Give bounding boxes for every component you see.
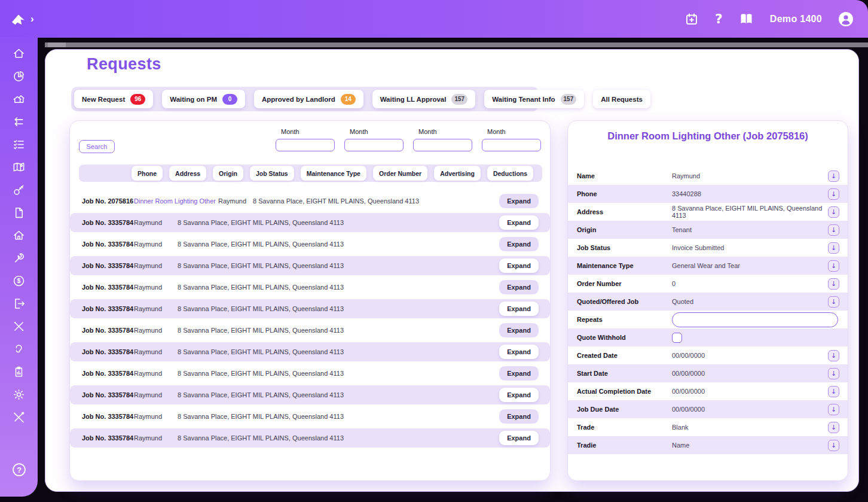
tenant-name: Raymund xyxy=(134,219,178,226)
book-icon[interactable] xyxy=(739,13,754,26)
column-button-phone[interactable]: Phone xyxy=(132,166,163,181)
tenant-name: Raymund xyxy=(134,327,178,334)
avatar-icon[interactable] xyxy=(838,11,854,27)
expand-button[interactable]: Expand xyxy=(499,280,539,294)
column-button-order-number[interactable]: Order Number xyxy=(373,166,427,181)
job-row: Job No. 3335784Raymund8 Savanna Place, E… xyxy=(70,364,550,383)
tab-waiting-on-pm[interactable]: Waiting on PM0 xyxy=(162,90,245,108)
job-title-link[interactable]: Dinner Room Lighting Other xyxy=(134,197,218,205)
tab-waiting-ll-approval[interactable]: Waiting LL Approval157 xyxy=(372,90,475,108)
expand-button[interactable]: Expand xyxy=(499,388,539,402)
month-input[interactable] xyxy=(276,139,335,151)
tab-new-request[interactable]: New Request96 xyxy=(74,90,153,108)
property-address: 8 Savanna Place, EIGHT MIL PLAINS, Queen… xyxy=(178,262,499,269)
help-icon[interactable]: ? xyxy=(715,11,723,26)
month-input[interactable] xyxy=(482,139,541,151)
download-arrow-icon[interactable]: ↓ xyxy=(828,368,839,379)
sidebar-tools-icon[interactable] xyxy=(9,410,29,424)
sidebar-wrench-icon[interactable] xyxy=(9,251,29,264)
expand-button[interactable]: Expand xyxy=(499,215,539,230)
sidebar-home-icon[interactable] xyxy=(9,47,29,60)
job-row: Job No. 3335784Raymund8 Savanna Place, E… xyxy=(70,407,550,426)
field-label: Phone xyxy=(577,190,672,197)
job-details-title: Dinner Room Lighting Other (Job 2075816) xyxy=(568,130,848,142)
field-value: Tenant xyxy=(672,226,828,233)
download-arrow-icon[interactable]: ↓ xyxy=(828,188,839,200)
brand-logo[interactable]: › xyxy=(8,10,34,28)
sidebar-map-icon[interactable] xyxy=(9,160,29,174)
download-arrow-icon[interactable]: ↓ xyxy=(828,350,839,361)
column-button-address[interactable]: Address xyxy=(169,166,206,181)
tenant-name: Raymund xyxy=(134,241,178,248)
download-arrow-icon[interactable]: ↓ xyxy=(828,206,839,218)
month-input[interactable] xyxy=(344,139,404,151)
field-row-order-number: Order Number0↓ xyxy=(568,275,848,293)
expand-button[interactable]: Expand xyxy=(499,302,539,316)
job-row: Job No. 3335784Raymund8 Savanna Place, E… xyxy=(70,299,550,318)
column-button-advertising[interactable]: Advertising xyxy=(434,166,481,181)
field-label: Name xyxy=(577,172,672,179)
sidebar-pie-chart-icon[interactable] xyxy=(9,69,29,83)
repeats-input[interactable] xyxy=(672,312,838,327)
download-arrow-icon[interactable]: ↓ xyxy=(828,386,839,397)
column-button-job-status[interactable]: Job Status xyxy=(250,166,294,181)
field-value: Quoted xyxy=(672,298,828,305)
expand-button[interactable]: Expand xyxy=(499,431,539,445)
sidebar-key-icon[interactable] xyxy=(9,183,29,196)
download-arrow-icon[interactable]: ↓ xyxy=(828,260,839,272)
sidebar-document-icon[interactable] xyxy=(9,206,29,219)
field-value: Name xyxy=(672,442,828,449)
expand-button[interactable]: Expand xyxy=(499,258,539,273)
column-button-maintenance-type[interactable]: Maintenance Type xyxy=(301,166,366,181)
expand-button[interactable]: Expand xyxy=(499,409,539,424)
scrollbar-thumb[interactable] xyxy=(48,42,66,47)
job-number: Job No. 3335784 xyxy=(82,348,134,355)
month-input[interactable] xyxy=(413,139,472,151)
download-arrow-icon[interactable]: ↓ xyxy=(828,422,839,433)
download-arrow-icon[interactable]: ↓ xyxy=(828,296,839,308)
quote-withhold-checkbox[interactable] xyxy=(672,333,682,343)
download-arrow-icon[interactable]: ↓ xyxy=(828,404,839,415)
expand-button[interactable]: Expand xyxy=(499,345,539,359)
sidebar-checkout-icon[interactable] xyxy=(9,297,29,310)
sidebar-properties-icon[interactable] xyxy=(9,92,29,105)
sidebar-design-tools-icon[interactable] xyxy=(9,320,29,333)
tenant-name: Raymund xyxy=(134,370,178,377)
tab-all-requests[interactable]: All Requests xyxy=(593,90,650,108)
sidebar-dollar-icon[interactable]: $ xyxy=(9,274,29,287)
expand-button[interactable]: Expand xyxy=(499,194,539,208)
download-arrow-icon[interactable]: ↓ xyxy=(828,278,839,290)
column-button-origin[interactable]: Origin xyxy=(213,166,243,181)
download-arrow-icon[interactable]: ↓ xyxy=(828,224,839,236)
column-button-deductions[interactable]: Deductions xyxy=(487,166,533,181)
job-number: Job No. 3335784 xyxy=(82,219,134,226)
search-button[interactable]: Search xyxy=(79,140,115,153)
expand-button[interactable]: Expand xyxy=(499,366,539,381)
month-label: Month xyxy=(350,128,404,135)
job-number: Job No. 3335784 xyxy=(82,434,134,442)
main-content: Requests New Request96Waiting on PM0Appr… xyxy=(45,49,859,492)
account-name[interactable]: Demo 1400 xyxy=(770,14,822,25)
property-address: 8 Savanna Place, EIGHT MIL PLAINS, Queen… xyxy=(178,305,499,312)
expand-button[interactable]: Expand xyxy=(499,237,539,251)
sidebar-ear-icon[interactable] xyxy=(9,342,29,355)
calendar-add-icon[interactable] xyxy=(684,12,699,26)
month-filter-4: Month xyxy=(482,128,541,151)
download-arrow-icon[interactable]: ↓ xyxy=(828,440,839,451)
expand-button[interactable]: Expand xyxy=(499,323,539,337)
sidebar-rentals-icon[interactable] xyxy=(9,229,29,242)
sidebar-checklist-icon[interactable] xyxy=(9,138,29,151)
download-arrow-icon[interactable]: ↓ xyxy=(828,242,839,254)
tab-waiting-tenant-info[interactable]: Waiting Tenant Info157 xyxy=(484,90,584,108)
month-label: Month xyxy=(487,128,541,135)
download-arrow-icon[interactable]: ↓ xyxy=(828,171,839,182)
field-value: 8 Savanna Place, EIGHT MIL PLAINS, Queen… xyxy=(672,205,828,219)
brand-chevron-icon[interactable]: › xyxy=(30,14,34,24)
tab-approved-by-landlord[interactable]: Approved by Landlord14 xyxy=(254,90,363,108)
sidebar-settings-icon[interactable] xyxy=(9,388,29,401)
scrollbar-track[interactable] xyxy=(45,42,868,47)
sidebar-report-icon[interactable] xyxy=(9,365,29,378)
sidebar-transactions-icon[interactable] xyxy=(9,115,29,128)
field-value: Blank xyxy=(672,424,828,431)
sidebar-help-icon[interactable]: ? xyxy=(9,463,29,476)
